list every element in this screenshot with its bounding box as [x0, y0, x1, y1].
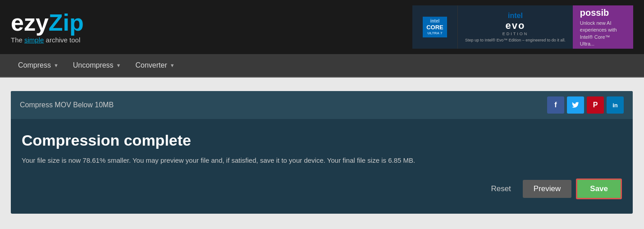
main-content: Compress MOV Below 10MB f P in Compressi… [0, 78, 644, 229]
logo-text: ezyZip [11, 11, 84, 34]
twitter-share-button[interactable] [567, 96, 584, 114]
card-header-title: Compress MOV Below 10MB [20, 101, 114, 109]
header: ezyZip The simple archive tool intel COR… [0, 0, 644, 54]
logo-ezy: ezy [11, 9, 49, 36]
ad-sub: Unlock new AI experiences with Intel® Co… [580, 20, 626, 48]
core-label: CORE [426, 24, 443, 31]
tagline-post: archive tool [44, 36, 80, 44]
card-body: Compression complete Your file size is n… [11, 119, 633, 214]
compression-title: Compression complete [22, 132, 622, 149]
social-icons: f P in [547, 96, 624, 114]
ad-intel-evo: intel evo EDITION Step up to Intel® Evo™… [457, 5, 573, 49]
nav-uncompress[interactable]: Uncompress ▼ [66, 54, 128, 77]
compression-description: Your file size is now 78.61% smaller. Yo… [22, 156, 622, 166]
navigation: Compress ▼ Uncompress ▼ Converter ▼ [0, 54, 644, 78]
pinterest-share-button[interactable]: P [587, 96, 604, 114]
ad-right: Unlimited possib Unlock new AI experienc… [573, 5, 633, 49]
facebook-share-button[interactable]: f [547, 96, 564, 114]
logo-zip: Zip [49, 9, 84, 36]
ad-unlimited: Unlimited possib [580, 5, 626, 18]
converter-caret-icon: ▼ [170, 63, 175, 68]
nav-compress[interactable]: Compress ▼ [11, 54, 66, 77]
ad-banner: intel CORE ULTRA 7 intel evo EDITION Ste… [412, 5, 633, 49]
linkedin-share-button[interactable]: in [607, 96, 624, 114]
ad-evo-word: evo [505, 20, 525, 32]
save-button[interactable]: Save [576, 179, 622, 199]
intel-label: intel [426, 18, 443, 24]
ad-edition-word: EDITION [502, 32, 529, 36]
reset-button[interactable]: Reset [484, 181, 518, 197]
ultra-label: ULTRA 7 [426, 31, 443, 36]
action-row: Reset Preview Save [22, 179, 622, 199]
compress-caret-icon: ▼ [54, 63, 59, 68]
card-header: Compress MOV Below 10MB f P in [11, 91, 633, 119]
ad-intel-word: intel [508, 12, 523, 20]
compress-card: Compress MOV Below 10MB f P in Compressi… [11, 91, 633, 214]
tagline-simple: simple [24, 36, 44, 44]
nav-converter[interactable]: Converter ▼ [128, 54, 182, 77]
ad-intel-core: intel CORE ULTRA 7 [412, 5, 457, 49]
logo-tagline: The simple archive tool [11, 36, 84, 44]
tagline-pre: The [11, 36, 24, 44]
uncompress-caret-icon: ▼ [116, 63, 121, 68]
preview-button[interactable]: Preview [523, 180, 571, 198]
logo: ezyZip The simple archive tool [11, 11, 84, 44]
ad-intel-tagline: Step up to Intel® Evo™ Edition – enginee… [465, 38, 566, 42]
